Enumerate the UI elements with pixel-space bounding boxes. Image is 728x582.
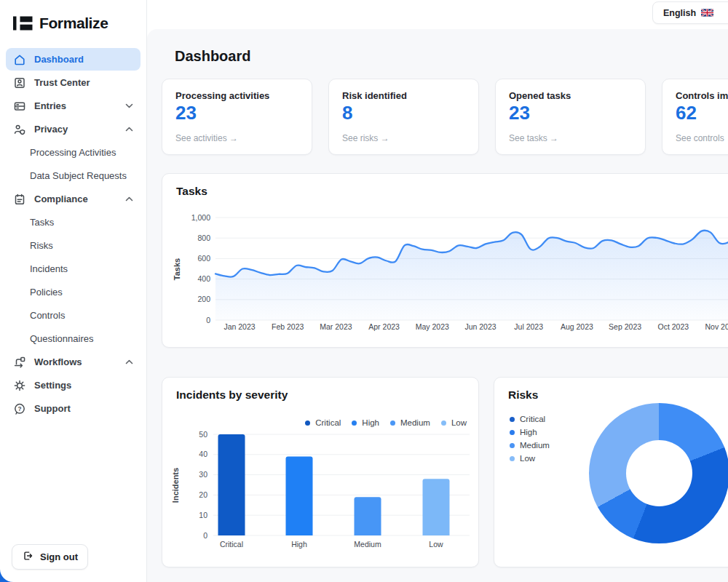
logout-icon	[22, 550, 33, 564]
stat-card-title: Controls implemented	[676, 90, 728, 101]
legend-label: Medium	[400, 418, 430, 427]
svg-text:20: 20	[199, 490, 207, 499]
stat-card-title: Processing activities	[175, 90, 298, 101]
svg-text:800: 800	[197, 234, 210, 242]
rows-icon	[13, 100, 26, 113]
sidebar-nav: DashboardTrust CenterEntriesPrivacyProce…	[0, 48, 146, 420]
legend-dot-icon	[510, 430, 515, 435]
legend-item-high[interactable]: High	[510, 428, 550, 436]
logo[interactable]: Formalize	[0, 10, 146, 36]
chevron-up-icon	[125, 196, 133, 202]
sidebar-subitem-questionnaires[interactable]: Questionnaires	[6, 327, 141, 350]
chevron-up-icon	[125, 127, 133, 132]
uk-flag-icon	[701, 9, 713, 17]
page-title: Dashboard	[175, 48, 250, 65]
tasks-chart-title: Tasks	[176, 185, 207, 198]
workflow-icon	[13, 356, 26, 369]
legend-item-high[interactable]: High	[352, 418, 379, 427]
stat-card-value: 23	[509, 102, 632, 124]
risks-chart-card: Risks CriticalHighMediumLow	[494, 377, 728, 567]
sidebar-item-label: Dashboard	[34, 54, 84, 65]
stat-card-risk-identified: Risk identified8See risks →	[328, 79, 479, 155]
svg-text:Critical: Critical	[220, 540, 243, 549]
svg-text:Aug 2023: Aug 2023	[561, 322, 593, 331]
chevron-up-icon	[125, 359, 133, 364]
language-selector[interactable]: English	[652, 1, 728, 24]
stat-card-link[interactable]: See controls →	[676, 133, 728, 143]
sign-out-label: Sign out	[40, 551, 78, 562]
legend-dot-icon	[510, 456, 515, 461]
legend-item-critical[interactable]: Critical	[510, 415, 550, 423]
stat-card-title: Risk identified	[342, 90, 465, 101]
legend-label: Low	[520, 454, 535, 463]
svg-text:May 2023: May 2023	[416, 322, 449, 331]
sidebar-subitem-data-subject-requests[interactable]: Data Subject Requests	[6, 164, 141, 187]
legend-dot-icon	[510, 417, 515, 422]
sidebar-item-label: Workflows	[34, 356, 82, 367]
language-label: English	[663, 8, 696, 18]
legend-item-low[interactable]: Low	[441, 418, 467, 427]
svg-text:0: 0	[203, 531, 207, 540]
sidebar-item-label: Support	[34, 403, 71, 414]
svg-text:40: 40	[199, 450, 207, 458]
svg-text:Feb 2023: Feb 2023	[272, 322, 304, 331]
legend-dot-icon	[352, 420, 357, 426]
legend-label: High	[362, 418, 379, 427]
risks-legend: CriticalHighMediumLow	[510, 415, 550, 463]
incidents-chart-title: Incidents by severity	[176, 388, 288, 402]
sidebar-subitem-policies[interactable]: Policies	[6, 281, 141, 303]
svg-text:Sep 2023: Sep 2023	[609, 322, 641, 331]
svg-text:Jan 2023: Jan 2023	[223, 322, 255, 331]
legend-item-medium[interactable]: Medium	[510, 441, 550, 450]
sidebar-item-compliance[interactable]: Compliance	[6, 188, 141, 210]
sidebar-item-settings[interactable]: Settings	[6, 374, 141, 396]
stat-card-value: 23	[175, 102, 298, 124]
svg-text:0: 0	[206, 316, 210, 324]
legend-dot-icon	[510, 443, 515, 448]
sidebar-subitem-incidents[interactable]: Incidents	[6, 258, 141, 280]
chevron-down-icon	[125, 103, 133, 108]
legend-label: Critical	[520, 415, 545, 423]
risks-donut-chart	[589, 403, 728, 543]
sidebar-item-label: Entries	[34, 100, 66, 111]
svg-text:Mar 2023: Mar 2023	[320, 322, 352, 331]
legend-dot-icon	[390, 420, 395, 426]
legend-dot-icon	[305, 420, 310, 426]
sign-out-button[interactable]: Sign out	[12, 544, 88, 570]
legend-item-medium[interactable]: Medium	[390, 418, 430, 427]
svg-text:Medium: Medium	[354, 540, 381, 549]
sidebar-item-support[interactable]: ?Support	[6, 397, 141, 420]
brand-name: Formalize	[39, 15, 108, 32]
risks-chart-title: Risks	[508, 388, 538, 402]
legend-item-low[interactable]: Low	[510, 454, 550, 463]
sidebar-item-trust-center[interactable]: Trust Center	[6, 71, 141, 94]
incidents-chart-card: Incidents by severity CriticalHighMedium…	[162, 377, 479, 567]
sidebar-item-workflows[interactable]: Workflows	[6, 351, 141, 373]
svg-text:30: 30	[199, 470, 207, 479]
sidebar-subitem-tasks[interactable]: Tasks	[6, 211, 141, 234]
svg-text:Jul 2023: Jul 2023	[514, 322, 543, 331]
sidebar-item-entries[interactable]: Entries	[6, 95, 141, 117]
legend-item-critical[interactable]: Critical	[305, 418, 341, 427]
incidents-bar-chart: 01020304050CriticalHighMediumLowIncident…	[162, 428, 480, 563]
stat-card-link[interactable]: See risks →	[342, 133, 465, 143]
sidebar-item-privacy[interactable]: Privacy	[6, 118, 141, 140]
sidebar-item-dashboard[interactable]: Dashboard	[6, 48, 141, 71]
stat-card-link[interactable]: See tasks →	[509, 133, 632, 143]
sidebar-item-label: Compliance	[34, 194, 88, 204]
svg-text:Incidents: Incidents	[171, 468, 180, 503]
stat-card-value: 62	[676, 102, 728, 124]
svg-text:Jun 2023: Jun 2023	[464, 322, 496, 331]
sidebar-subitem-processing-activities[interactable]: Processing Activities	[6, 141, 141, 164]
legend-label: Medium	[520, 441, 550, 450]
legend-dot-icon	[441, 420, 446, 426]
top-bar: English	[147, 0, 728, 29]
sidebar-subitem-risks[interactable]: Risks	[6, 234, 141, 257]
formalize-logo-icon	[13, 15, 33, 32]
sidebar-subitem-controls[interactable]: Controls	[6, 304, 141, 327]
svg-text:Low: Low	[429, 540, 443, 549]
svg-text:50: 50	[199, 430, 207, 439]
sidebar: Formalize DashboardTrust CenterEntriesPr…	[0, 0, 147, 582]
sidebar-item-label: Settings	[34, 380, 71, 391]
stat-card-link[interactable]: See activities →	[175, 133, 298, 143]
